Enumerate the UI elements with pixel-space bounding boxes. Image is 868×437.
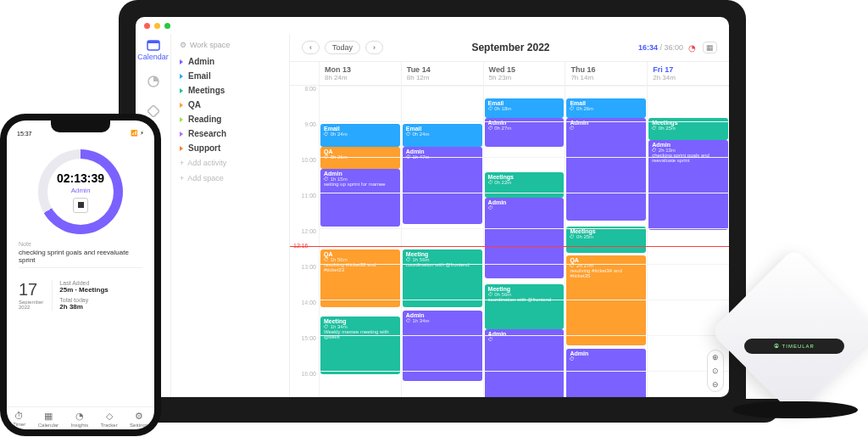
time-total: 36:00 [664, 43, 683, 52]
day-column: Email⏱ 0h 26mAdmin⏱ Meetings⏱ 0h 25mQA⏱ … [565, 86, 647, 397]
sidebar-item-qa[interactable]: QA [180, 98, 281, 112]
timer-activity: Admin [71, 187, 91, 194]
progress-icon: ◔ [688, 43, 696, 53]
note-input[interactable]: checking sprint goals and reevaluate spr… [19, 247, 142, 268]
nav-calendar[interactable]: Calendar [137, 39, 169, 61]
day-header: Mon 138h 24m [319, 62, 401, 85]
calendar-toolbar: ‹ Today › September 2022 16:34 / 36:00 ◔… [290, 34, 729, 61]
calendar-event[interactable]: Admin⏱ 1h 47m [403, 147, 482, 224]
activity-color-icon [180, 74, 183, 79]
calendar-event[interactable]: Meeting⏱ 0h 56mcoordination with @fronte… [485, 284, 565, 329]
day-header: Fri 172h 34m [647, 62, 729, 85]
add-activity-label: Add activity [187, 159, 226, 167]
device-brand-label: ⦿ TIMEULAR [744, 339, 844, 354]
activity-label: Meetings [188, 86, 225, 95]
note-label: Note [19, 241, 142, 247]
sidebar-item-research[interactable]: Research [180, 126, 281, 141]
tab-settings[interactable]: ⚙Settings [130, 411, 148, 428]
tab-label: Timer [13, 422, 25, 427]
activity-color-icon [180, 146, 183, 151]
add-activity-button[interactable]: +Add activity [180, 155, 281, 171]
tab-timer[interactable]: ⏱Timer [13, 411, 25, 428]
sidebar-item-reading[interactable]: Reading [180, 112, 281, 126]
gear-icon: ⚙ [180, 41, 186, 49]
activity-label: Support [188, 143, 220, 153]
day-header: Thu 167h 14m [565, 62, 647, 85]
calendar-event[interactable]: Email⏱ 0h 26m [566, 98, 646, 118]
status-icons: 📶 ⚡︎ [131, 130, 144, 137]
calendar-event[interactable]: QA⏱ 2h 27mresolving #ticket34 and #ticke… [566, 255, 646, 345]
time-current: 16:34 [638, 43, 658, 52]
calendar-event[interactable]: Email⏱ 0h 24m [320, 124, 400, 146]
day-column: Email⏱ 0h 24mQA⏱ 0h 26mAdmin⏱ 1h 15msett… [319, 86, 401, 397]
calendar-event[interactable]: QA⏱ 0h 26m [320, 147, 400, 169]
tab-tracker[interactable]: ◇Tracker [101, 411, 118, 428]
plus-icon: + [180, 159, 184, 167]
desktop-screen: Calendar ⚙ Work space AdminEmailMeetings… [136, 17, 729, 397]
today-button[interactable]: Today [325, 41, 360, 54]
day-column: Email⏱ 0h 18mAdmin⏱ 0h 27mMeetings⏱ 0h 2… [483, 86, 565, 397]
stop-button[interactable] [73, 198, 88, 213]
activity-color-icon [180, 117, 183, 122]
minimize-dot[interactable] [154, 23, 160, 29]
calendar-event[interactable]: Meeting⏱ 1h 56mcoordination with @fronte… [403, 249, 482, 307]
activity-color-icon [180, 59, 183, 64]
today-stats: 17 September 2022 Last Added 25m · Meeti… [7, 275, 154, 316]
maximize-dot[interactable] [164, 23, 170, 29]
calendar-event[interactable]: Admin⏱ 1h 15msetting up sprint for mamee [320, 169, 400, 227]
plus-icon: + [180, 174, 184, 182]
activity-label: Reading [188, 115, 221, 124]
sidebar-item-meetings[interactable]: Meetings [180, 83, 281, 98]
activity-label: QA [188, 100, 201, 109]
calendar-event[interactable]: Meeting⏱ 1h 34mWeekly mamee meeting with… [320, 317, 400, 374]
workspace-header[interactable]: ⚙ Work space [180, 41, 281, 49]
sidebar-item-admin[interactable]: Admin [180, 54, 281, 69]
calendar-event[interactable]: Admin⏱ [566, 118, 646, 221]
calendar-event[interactable]: Meetings⏱ 0h 22m [485, 172, 565, 198]
tab-label: Settings [130, 423, 148, 428]
activity-label: Admin [188, 57, 214, 66]
calendar-event[interactable]: Email⏱ 0h 18m [485, 98, 565, 118]
insights-icon: ◔ [75, 411, 84, 422]
tracker-device: ⦿ TIMEULAR [721, 277, 868, 425]
day-header: Wed 155h 23m [483, 62, 565, 85]
next-button[interactable]: › [365, 41, 383, 54]
tracker-icon: ◇ [106, 411, 113, 422]
calendar-event[interactable]: QA⏱ 1h 56mresolving #ticket32 and #ticke… [320, 249, 400, 307]
calendar-event[interactable]: Admin⏱ [485, 329, 565, 397]
window-titlebar [136, 17, 729, 34]
calendar-event[interactable]: Meetings⏱ 0h 25m [566, 227, 646, 252]
calendar-icon: ▦ [44, 411, 53, 422]
timer-icon: ⏱ [14, 411, 24, 421]
total-today-value: 2h 38m [59, 303, 108, 311]
calendar-event[interactable]: Admin⏱ 2h 13mchecking sprint goals and r… [648, 140, 728, 230]
nav-calendar-label: Calendar [137, 53, 169, 61]
sidebar-item-email[interactable]: Email [180, 69, 281, 83]
settings-icon: ⚙ [135, 411, 143, 422]
add-space-label: Add space [187, 174, 224, 182]
today-jump-icon[interactable]: ▦ [703, 42, 717, 53]
last-added-value: 25m · Meetings [59, 286, 108, 294]
prev-button[interactable]: ‹ [302, 41, 320, 54]
timer-ring: 02:13:39 Admin [38, 149, 123, 234]
calendar-event[interactable]: Email⏱ 0h 24m [403, 124, 482, 146]
phone-mockup: 15:37 📶 ⚡︎ 02:13:39 Admin Note checking … [0, 114, 161, 436]
workspace-label: Work space [190, 41, 230, 49]
activity-label: Email [188, 71, 211, 81]
activity-color-icon [180, 103, 183, 108]
nav-reports-icon[interactable] [147, 75, 160, 92]
sidebar: ⚙ Work space AdminEmailMeetingsQAReading… [171, 34, 290, 397]
time-status: 16:34 / 36:00 [638, 43, 683, 52]
close-dot[interactable] [144, 23, 150, 29]
add-space-button[interactable]: +Add space [180, 171, 281, 186]
svg-rect-3 [147, 105, 159, 117]
calendar-event[interactable]: Admin⏱ [566, 349, 646, 397]
tab-calendar[interactable]: ▦Calendar [38, 411, 58, 428]
last-added-label: Last Added [59, 280, 89, 286]
tab-label: Calendar [38, 423, 58, 428]
today-day-number: 17 [19, 280, 43, 300]
calendar-event[interactable]: Admin⏱ [485, 198, 565, 278]
tab-insights[interactable]: ◔Insights [70, 411, 88, 428]
activity-label: Research [188, 129, 226, 138]
sidebar-item-support[interactable]: Support [180, 141, 281, 155]
